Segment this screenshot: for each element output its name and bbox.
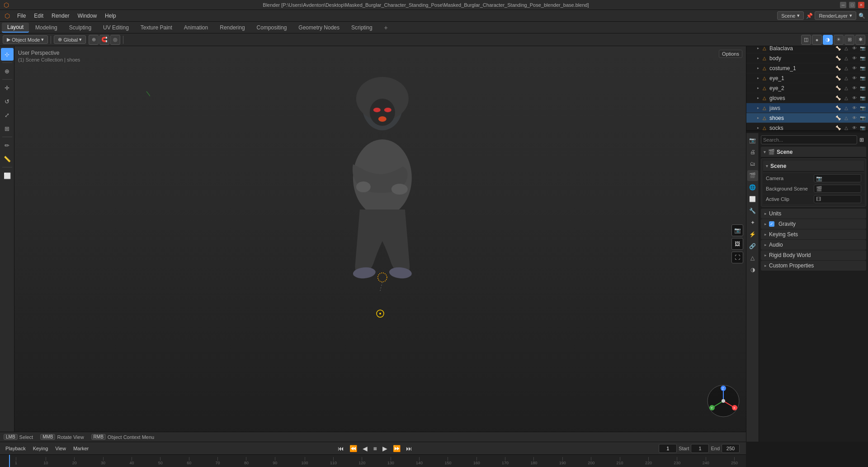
bone-icon[interactable]: 🦴 [835, 105, 842, 112]
tl-view-btn[interactable]: View [52, 445, 69, 452]
props-material-tab[interactable]: ◑ [747, 264, 758, 275]
cam-icon-item[interactable]: 📷 [859, 55, 866, 62]
eye-icon-item[interactable]: 👁 [851, 85, 858, 92]
current-frame-input[interactable] [659, 444, 677, 453]
navigation-gizmo[interactable]: Z X Y [705, 383, 741, 419]
props-scene-tab[interactable]: 🎬 [747, 170, 758, 181]
list-item-socks[interactable]: ▸ △ socks 🦴 △ 👁 📷 [746, 123, 868, 130]
cam-icon-item[interactable]: 📷 [859, 95, 866, 102]
tl-step-back-btn[interactable]: ⏪ [348, 444, 359, 453]
eye-icon-item[interactable]: 👁 [851, 65, 858, 72]
timeline-frame-marker[interactable]: 100 [302, 457, 308, 465]
tl-play-back-btn[interactable]: ◀ [361, 444, 369, 453]
timeline-frame-marker[interactable]: 50 [158, 457, 163, 465]
timeline-frame-marker[interactable]: 90 [273, 457, 277, 465]
eye-icon-item[interactable]: 👁 [851, 105, 858, 112]
tl-keying-btn[interactable]: Keying [30, 445, 51, 452]
gravity-checkbox[interactable]: ✓ [769, 221, 774, 227]
props-physics-tab[interactable]: ⚡ [747, 229, 758, 240]
tab-geometry-nodes[interactable]: Geometry Nodes [293, 23, 345, 32]
tl-playback-btn[interactable]: Playback [3, 445, 28, 452]
props-view-layer-tab[interactable]: 🗂 [747, 158, 758, 169]
timeline-frame-marker[interactable]: 160 [473, 457, 480, 465]
timeline-frame-marker[interactable]: 40 [129, 457, 134, 465]
menu-help[interactable]: Help [101, 12, 120, 20]
timeline-frame-marker[interactable]: 60 [187, 457, 191, 465]
full-screen-btn[interactable]: ⛶ [731, 252, 743, 263]
tl-marker-btn[interactable]: Marker [71, 445, 91, 452]
render-view-btn[interactable]: 🖼 [731, 238, 743, 250]
list-item-body[interactable]: ▸ △ body 🦴 △ 👁 📷 [746, 53, 868, 63]
cursor-tool-btn[interactable]: ⊕ [1, 65, 14, 77]
transform-gizmo[interactable] [374, 307, 387, 320]
end-frame-input[interactable] [722, 444, 740, 453]
rotate-tool-btn[interactable]: ↺ [1, 95, 14, 108]
props-constraints-tab[interactable]: 🔗 [747, 241, 758, 252]
eye-icon-item[interactable]: 👁 [851, 124, 858, 131]
timeline-frame-marker[interactable]: 110 [330, 457, 337, 465]
tl-stop-btn[interactable]: ■ [371, 444, 378, 453]
vert-icon[interactable]: △ [843, 55, 850, 62]
bone-icon[interactable]: 🦴 [835, 95, 842, 102]
tl-jump-end-btn[interactable]: ⏭ [404, 444, 414, 453]
props-render-tab[interactable]: 📷 [747, 135, 758, 146]
measure-tool-btn[interactable]: 📏 [1, 152, 14, 165]
bone-icon[interactable]: 🦴 [835, 114, 842, 122]
add-cube-btn[interactable]: ⬜ [1, 169, 14, 182]
bone-icon[interactable]: 🦴 [835, 55, 842, 62]
active-clip-value[interactable]: 🎞 [814, 195, 861, 203]
list-item-shoes[interactable]: ▸ △ shoes 🦴 △ 👁 📷 [746, 113, 868, 123]
keying-sets-section-header[interactable]: ▸ Keying Sets [761, 229, 866, 239]
transform-tool-btn[interactable]: ⊞ [1, 122, 14, 135]
cam-icon-item[interactable]: 📷 [859, 114, 866, 122]
menu-blender[interactable]: ⬡ [2, 12, 13, 19]
list-item-eye2[interactable]: ▸ △ eye_2 🦴 △ 👁 📷 [746, 83, 868, 93]
proportional-edit-btn[interactable]: ◎ [110, 35, 120, 45]
units-section-header[interactable]: ▸ Units [761, 209, 866, 219]
vert-icon[interactable]: △ [843, 124, 850, 131]
search-header-icon[interactable]: 🔍 [857, 11, 866, 20]
menu-render[interactable]: Render [48, 12, 73, 20]
cam-icon-item[interactable]: 📷 [859, 85, 866, 92]
scene-subsection-header[interactable]: ▾ Scene [763, 161, 864, 172]
viewport-shading-btn[interactable]: ⊕ Global ▾ [54, 35, 86, 44]
bone-icon[interactable]: 🦴 [835, 75, 842, 82]
gizmos-btn[interactable]: ✱ [855, 35, 865, 45]
cam-icon-item[interactable]: 📷 [859, 124, 866, 131]
props-filter-btn[interactable]: ⊞ [857, 135, 866, 144]
tab-uv-editing[interactable]: UV Editing [98, 23, 134, 32]
timeline-frame-marker[interactable]: 150 [444, 457, 451, 465]
timeline-frame-marker[interactable]: 20 [72, 457, 77, 465]
tl-step-fwd-btn[interactable]: ⏩ [391, 444, 402, 453]
list-item-jaws[interactable]: ▸ △ jaws 🦴 △ 👁 📷 [746, 103, 868, 113]
menu-file[interactable]: File [14, 12, 29, 20]
rigid-body-section-header[interactable]: ▸ Rigid Body World [761, 250, 866, 260]
tab-rendering[interactable]: Rendering [214, 23, 250, 32]
tab-compositing[interactable]: Compositing [251, 23, 292, 32]
audio-section-header[interactable]: ▸ Audio [761, 240, 866, 250]
props-scene-header[interactable]: ▾ 🎬 Scene [761, 147, 866, 157]
tl-play-btn[interactable]: ▶ [381, 444, 389, 453]
timeline-playhead[interactable] [9, 455, 10, 467]
timeline-frame-marker[interactable]: 220 [645, 457, 652, 465]
vert-icon[interactable]: △ [843, 105, 850, 112]
maximize-button[interactable]: □ [849, 2, 855, 8]
tab-scripting[interactable]: Scripting [346, 23, 378, 32]
viewport-options[interactable]: Options [719, 50, 742, 58]
timeline-frame-marker[interactable]: 240 [703, 457, 709, 465]
mode-selector[interactable]: ▶ Object Mode ▾ [3, 35, 48, 44]
xray-btn[interactable]: ◫ [801, 35, 811, 45]
timeline-frame-marker[interactable]: 10 [43, 457, 48, 465]
bone-icon[interactable]: 🦴 [835, 124, 842, 131]
props-search-input[interactable] [761, 135, 857, 144]
vert-icon[interactable]: △ [843, 95, 850, 102]
timeline-frame-marker[interactable]: 170 [502, 457, 509, 465]
props-object-tab[interactable]: ⬜ [747, 194, 758, 205]
cam-icon-item[interactable]: 📷 [859, 65, 866, 72]
tab-sculpting[interactable]: Sculpting [64, 23, 97, 32]
bone-icon[interactable]: 🦴 [835, 65, 842, 72]
list-item-eye1[interactable]: ▸ △ eye_1 🦴 △ 👁 📷 [746, 73, 868, 83]
scene-selector[interactable]: Scene▾ [777, 11, 804, 20]
props-data-tab[interactable]: △ [747, 253, 758, 263]
pivot-point-btn[interactable]: ⊕ [89, 35, 99, 45]
